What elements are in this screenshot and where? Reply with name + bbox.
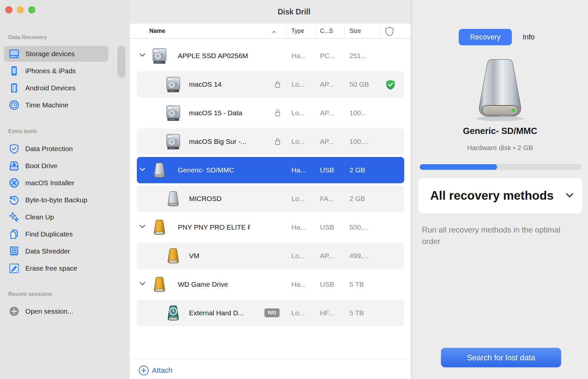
sidebar-item-iphones-ipads[interactable]: iPhones & iPads: [0, 63, 114, 79]
device-row-microsd[interactable]: MICROSDLo...FA...2 GB: [137, 186, 404, 212]
find-duplicates-icon: [9, 229, 20, 240]
external-drive-orange-icon: [165, 248, 181, 265]
disclosure-chevron-down-icon[interactable]: [139, 53, 147, 59]
circle-plus-icon: [138, 365, 149, 376]
column-separator: [345, 27, 345, 35]
byte-backup-icon: [9, 194, 20, 206]
detail-panel: Recovery Info: [412, 0, 588, 379]
data-shredder-icon: [9, 246, 20, 257]
time-machine-icon: [9, 100, 20, 111]
sidebar-item-boot-drive[interactable]: Boot Drive: [0, 158, 114, 174]
disclosure-chevron-down-icon[interactable]: [139, 281, 147, 288]
sidebar-item-erase-free-space[interactable]: Erase free space: [0, 260, 114, 276]
internal-hdd-icon: [165, 105, 181, 122]
tab-recovery[interactable]: Recovery: [459, 29, 512, 45]
iphone-icon: [9, 65, 20, 77]
recovery-method-label: All recovery methods: [430, 178, 554, 213]
device-name-cell: Generic- SD/MMC: [178, 157, 250, 183]
device-name: Generic- SD/MMC: [412, 126, 588, 136]
sidebar-item-clean-up[interactable]: Clean Up: [0, 209, 114, 225]
tab-info[interactable]: Info: [517, 29, 540, 45]
device-cs-cell: AP...: [320, 128, 346, 155]
recovery-method-description: Run all recovery methods in the optimal …: [422, 224, 563, 247]
android-device-icon: [9, 82, 20, 94]
disclosure-chevron-down-icon[interactable]: [139, 224, 147, 231]
lock-icon: [274, 109, 281, 118]
device-row-macos-14[interactable]: macOS 14Lo...AP...50 GB: [137, 71, 404, 98]
device-name-cell: VM: [189, 243, 261, 269]
sidebar-item-label: Boot Drive: [25, 158, 57, 174]
sidebar-item-time-machine[interactable]: Time Machine: [0, 97, 114, 113]
column-header-size[interactable]: Size: [349, 24, 361, 38]
device-size-cell: 251...: [349, 43, 384, 69]
device-row-external-hard-d[interactable]: External Hard D...R/OLo...HF...5 TB: [137, 300, 404, 326]
column-header-name[interactable]: Name: [149, 24, 165, 38]
clean-up-icon: [9, 212, 20, 223]
sidebar-item-open-session[interactable]: Open session...: [0, 303, 114, 319]
column-header-cs[interactable]: C...S: [320, 24, 333, 38]
device-row-vm[interactable]: VMLo...AP...499,...: [137, 243, 404, 269]
device-size-cell: 100,...: [349, 128, 384, 155]
sidebar-item-find-duplicates[interactable]: Find Duplicates: [0, 226, 114, 242]
device-type-cell: Lo...: [291, 243, 318, 269]
sidebar-section-header: Data Recovery: [8, 34, 47, 41]
device-name-cell: WD Game Drive: [178, 271, 250, 298]
device-size-cell: 499,...: [349, 243, 384, 269]
shield-check-icon: [9, 143, 20, 154]
device-row-generic-sd-mmc[interactable]: Generic- SD/MMCHa...USB2 GB: [137, 157, 404, 183]
storage-drive-icon: [9, 48, 20, 59]
sidebar-item-data-protection[interactable]: Data Protection: [0, 141, 114, 157]
device-cs-cell: HF...: [320, 300, 346, 326]
external-drive-silver-icon: [165, 190, 181, 208]
device-name-cell: macOS 14: [189, 71, 261, 98]
column-header-type[interactable]: Type: [291, 24, 304, 38]
sidebar-section-header: Recent sessions: [8, 291, 52, 298]
device-row-pny-pny-pro-elite-ps[interactable]: PNY PNY PRO ELITE PSHa...USB500,...: [137, 214, 404, 240]
device-size-cell: 500,...: [349, 214, 384, 240]
scan-progress-bar: [420, 164, 581, 170]
sidebar-item-label: iPhones & iPads: [25, 63, 76, 79]
device-type-cell: Ha...: [291, 271, 318, 298]
device-type-cell: Lo...: [291, 100, 318, 126]
sidebar-item-label: Open session...: [25, 303, 73, 319]
search-for-lost-data-button[interactable]: Search for lost data: [441, 348, 561, 367]
device-size-cell: 2 GB: [349, 186, 384, 212]
device-name-cell: APPLE SSD AP0256M: [178, 43, 250, 69]
sidebar-section-header: Extra tools: [8, 128, 37, 135]
sort-ascending-icon: [271, 29, 277, 35]
external-drive-illustration: [472, 57, 528, 123]
read-only-badge: R/O: [264, 308, 280, 317]
device-row-apple-ssd-ap0256m[interactable]: APPLE SSD AP0256MHa...PC...251...: [137, 43, 404, 69]
sidebar-item-label: macOS Installer: [25, 175, 74, 191]
sidebar-item-label: Find Duplicates: [25, 226, 73, 242]
device-type-cell: Lo...: [291, 186, 318, 212]
sidebar-item-label: Byte-to-byte Backup: [25, 192, 87, 208]
protected-shield-icon: [385, 79, 396, 92]
attach-disk-image-label: Attach disk image...: [152, 364, 178, 377]
device-name-cell: MICROSD: [189, 186, 261, 212]
external-drive-orange-icon: [152, 276, 167, 293]
device-row-macos-15-data[interactable]: macOS 15 - DataLo...AP...100...: [137, 100, 404, 126]
tab-bar: Recovery Info: [412, 29, 588, 45]
sidebar-item-label: Clean Up: [25, 209, 54, 225]
open-session-icon: [9, 306, 20, 317]
recovery-method-selector[interactable]: All recovery methods: [418, 178, 582, 213]
sidebar-item-storage-devices[interactable]: Storage devices: [0, 46, 114, 62]
footer-divider: [130, 358, 411, 358]
chevron-down-icon: [565, 192, 574, 198]
device-type-cell: Ha...: [291, 214, 318, 240]
protection-column-shield-icon[interactable]: [385, 27, 394, 38]
sidebar-scrollbar-thumb[interactable]: [117, 46, 125, 78]
device-name-cell: macOS 15 - Data: [189, 100, 261, 126]
sidebar-item-android-devices[interactable]: Android Devices: [0, 80, 114, 96]
disclosure-chevron-down-icon[interactable]: [139, 167, 147, 173]
sidebar-item-macos-installer[interactable]: macOS Installer: [0, 175, 114, 191]
sidebar-item-data-shredder[interactable]: Data Shredder: [0, 243, 114, 259]
device-list-panel: Name Type C...S Size APPLE SSD AP0256MHa…: [130, 24, 411, 379]
device-row-macos-big-sur[interactable]: macOS Big Sur -...Lo...AP...100,...: [137, 128, 404, 155]
device-size-cell: 100...: [349, 100, 384, 126]
sidebar-item-byte-to-byte-backup[interactable]: Byte-to-byte Backup: [0, 192, 114, 208]
device-name-cell: PNY PNY PRO ELITE PS: [178, 214, 250, 240]
sidebar-item-label: Data Shredder: [25, 243, 70, 259]
device-row-wd-game-drive[interactable]: WD Game DriveHa...USB5 TB: [137, 271, 404, 298]
